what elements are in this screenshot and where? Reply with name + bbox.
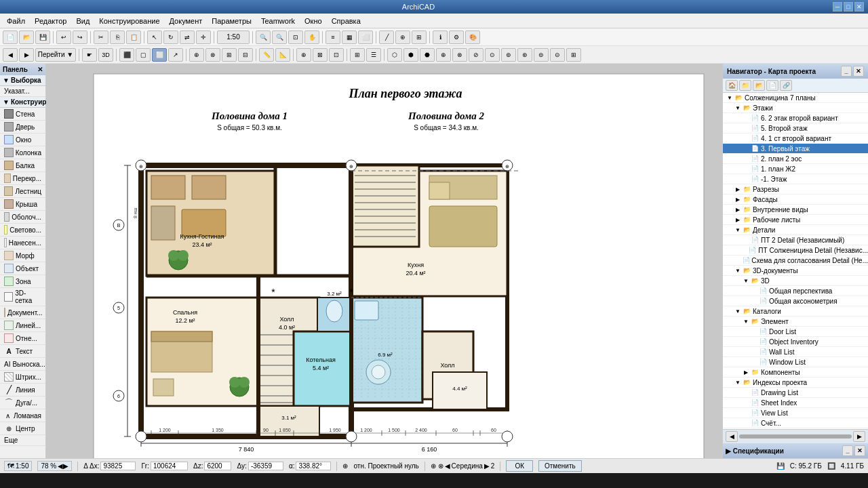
tool-oboloch[interactable]: Оболоч...	[0, 211, 45, 224]
tree-item-5[interactable]: 📄3. Первый этаж	[723, 144, 868, 154]
snap-btn[interactable]: ⊕	[395, 30, 410, 44]
tree-expand-25[interactable]	[750, 348, 758, 356]
tree-item-1[interactable]: ▼📂Этажи	[723, 103, 868, 113]
zoom-in-btn[interactable]: 🔍	[256, 30, 271, 44]
tree-expand-8[interactable]	[742, 175, 750, 183]
tree-expand-0[interactable]: ▼	[726, 94, 734, 102]
elem1-btn[interactable]: ⬛	[119, 48, 134, 62]
snap3-btn[interactable]: ⊞	[222, 48, 237, 62]
menu-item-файл[interactable]: Файл	[3, 16, 29, 26]
tree-item-21[interactable]: ▼📂Каталоги	[723, 306, 868, 317]
tree-item-29[interactable]: 📄Drawing List	[723, 388, 868, 398]
tree-item-26[interactable]: 📄Window List	[723, 357, 868, 367]
open-btn[interactable]: 📂	[19, 30, 34, 44]
tree-expand-15[interactable]	[741, 246, 748, 254]
tool-kolonna[interactable]: Колонка	[0, 146, 45, 159]
tool-liney[interactable]: Линей...	[0, 319, 45, 332]
tool-eshche[interactable]: Еще	[0, 435, 45, 446]
tree-item-4[interactable]: 📄4. 1 ст второй вариант	[723, 134, 868, 144]
menu-item-параметры[interactable]: Параметры	[208, 16, 256, 26]
tree-expand-29[interactable]	[742, 388, 750, 396]
tool-stena[interactable]: Стена	[0, 108, 45, 121]
tool10-btn[interactable]: ⊜	[534, 48, 549, 62]
tree-item-11[interactable]: ▶📁Внутренние виды	[723, 205, 868, 215]
tree-item-3[interactable]: 📄5. Второй этаж	[723, 123, 868, 134]
tool-zona[interactable]: Зона	[0, 275, 45, 288]
tree-item-15[interactable]: 📄ПТ Солженицина Detail (Независ...	[723, 245, 868, 256]
nav-bottom-btn1[interactable]: ◀	[726, 431, 738, 442]
tree-item-6[interactable]: 📄2. план 2 эос	[723, 154, 868, 164]
tree-item-7[interactable]: 📄1. план Ж2	[723, 164, 868, 174]
panel-section-wyborka[interactable]: ▼ Выборка	[0, 75, 45, 86]
nav-tree[interactable]: ▼📂Солженицина 7 планы▼📂Этажи📄6. 2 этак в…	[723, 93, 868, 429]
tree-expand-31[interactable]	[742, 409, 750, 417]
tree-item-18[interactable]: ▼📂3D	[723, 276, 868, 286]
pan2-btn[interactable]: ☛	[82, 48, 97, 62]
tree-item-25[interactable]: 📄Wall List	[723, 347, 868, 357]
measure1-btn[interactable]: 📏	[259, 48, 274, 62]
menu-item-справка[interactable]: Справка	[328, 16, 365, 26]
tool3-btn[interactable]: ⬣	[420, 48, 435, 62]
tree-item-32[interactable]: 📄Счёт...	[723, 418, 868, 428]
tool-objekt[interactable]: Объект	[0, 262, 45, 275]
move-btn[interactable]: ✛	[196, 30, 211, 44]
tree-expand-21[interactable]: ▼	[734, 307, 742, 315]
tool-lomaanaya[interactable]: ∧ Ломаная	[0, 409, 45, 422]
tool-shtrich[interactable]: Штрих...	[0, 371, 45, 384]
select-btn[interactable]: ↖	[147, 30, 162, 44]
tree-expand-26[interactable]	[750, 358, 758, 366]
tool1-btn[interactable]: ⬡	[387, 48, 402, 62]
tree-item-24[interactable]: 📄Object Inventory	[723, 337, 868, 347]
cancel-button[interactable]: Отменить	[538, 460, 582, 472]
mirror-btn[interactable]: ⇌	[180, 30, 195, 44]
tree-expand-18[interactable]: ▼	[742, 277, 750, 285]
tree-expand-16[interactable]	[736, 256, 743, 264]
tree-item-27[interactable]: ▶📁Компоненты	[723, 367, 868, 378]
tool12-btn[interactable]: ⊞	[566, 48, 581, 62]
tool-balka[interactable]: Балка	[0, 159, 45, 172]
tree-item-14[interactable]: 📄ПТ 2 Detail (Независимый)	[723, 235, 868, 245]
nav-close-btn[interactable]: ✕	[853, 66, 864, 77]
tree-expand-2[interactable]	[742, 114, 750, 122]
tree-expand-12[interactable]: ▶	[734, 216, 742, 224]
nav2-btn[interactable]: ▶	[19, 48, 34, 62]
tree-expand-9[interactable]: ▶	[734, 185, 742, 193]
elem3-btn[interactable]: ⬜	[152, 48, 167, 62]
tool7-btn[interactable]: ⊙	[485, 48, 500, 62]
nav-file-btn[interactable]: 📄	[766, 80, 778, 91]
paste-btn[interactable]: 📋	[126, 30, 141, 44]
line-btn[interactable]: ╱	[379, 30, 394, 44]
tool-perekr[interactable]: Перекр...	[0, 172, 45, 185]
tree-expand-4[interactable]	[742, 134, 750, 142]
nav-folder2-btn[interactable]: 📂	[753, 80, 765, 91]
layer-btn[interactable]: ≡	[326, 30, 340, 44]
minimize-btn[interactable]: ─	[833, 2, 842, 12]
tree-expand-6[interactable]	[742, 155, 750, 163]
tree-item-28[interactable]: ▼📂Индексы проекта	[723, 378, 868, 388]
tree-item-30[interactable]: 📄Sheet Index	[723, 398, 868, 408]
snap1-btn[interactable]: ⊕	[189, 48, 204, 62]
menu-item-окно[interactable]: Окно	[300, 16, 326, 26]
new-btn[interactable]: 📄	[3, 30, 18, 44]
maximize-btn[interactable]: □	[844, 2, 853, 12]
tool-otne[interactable]: Отне...	[0, 332, 45, 345]
menu-item-документ[interactable]: Документ	[165, 16, 207, 26]
tree-expand-17[interactable]: ▼	[734, 266, 742, 274]
menu-item-teamwork[interactable]: Teamwork	[257, 16, 299, 26]
tree-expand-14[interactable]	[742, 236, 750, 244]
tool-krysha[interactable]: Крыша	[0, 198, 45, 211]
redo-btn[interactable]: ↪	[73, 30, 87, 44]
panel-item-ukazatel[interactable]: Указат...	[0, 86, 45, 97]
tool8-btn[interactable]: ⊚	[501, 48, 516, 62]
panel-section-konstruir[interactable]: ▼ Конструир...	[0, 97, 45, 108]
tree-expand-30[interactable]	[742, 399, 750, 407]
grid-btn[interactable]: ⊞	[412, 30, 427, 44]
tool-okno[interactable]: Окно	[0, 134, 45, 146]
tree-item-9[interactable]: ▶📁Разрезы	[723, 184, 868, 195]
view1-btn[interactable]: ⊞	[350, 48, 365, 62]
menu-item-конструирование[interactable]: Конструирование	[95, 16, 163, 26]
fill-btn[interactable]: ▦	[342, 30, 357, 44]
snap2-btn[interactable]: ⊗	[205, 48, 220, 62]
fit-btn[interactable]: ⊡	[288, 30, 303, 44]
tree-expand-24[interactable]	[750, 338, 758, 346]
